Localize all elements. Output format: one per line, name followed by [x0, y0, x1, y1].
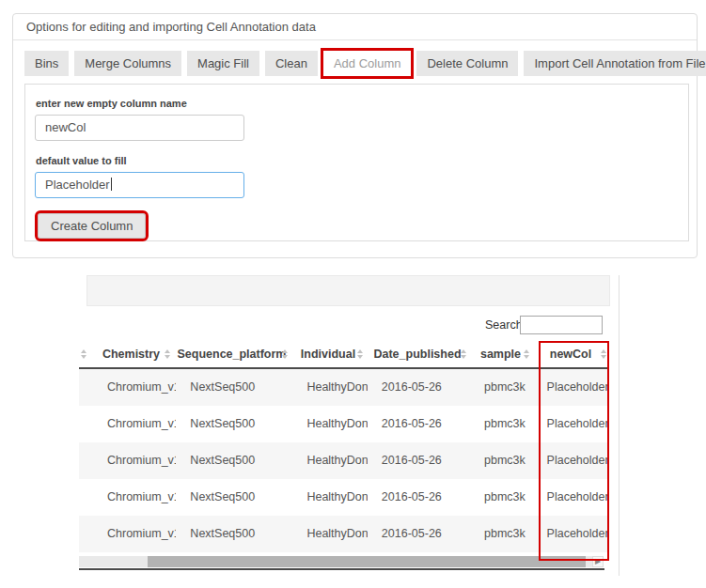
page: Options for editing and importing Cell A… [0, 0, 706, 588]
column-header-individual[interactable]: Individual [290, 341, 366, 367]
column-header-date-published[interactable]: Date_published [366, 341, 469, 367]
options-panel-title: Options for editing and importing Cell A… [13, 14, 697, 40]
table-cell: NextSeq500 [176, 406, 292, 442]
column-header-clipped[interactable] [79, 341, 89, 367]
tab-magic-fill[interactable]: Magic Fill [187, 51, 259, 76]
tab-import-cell-annotation-from-file[interactable]: Import Cell Annotation from File [524, 51, 706, 76]
text-caret [111, 178, 112, 191]
column-header-newcol[interactable]: newCol [532, 341, 609, 367]
horizontal-scrollbar-track[interactable] [79, 556, 592, 567]
table-cell: 2016-05-26 [368, 479, 470, 516]
table-cell: 2016-05-26 [368, 406, 470, 442]
table-cell: 2016-05-26 [368, 369, 470, 406]
table-cell: HealthyDonor2 [292, 406, 367, 442]
table-cell: pbmc3k [470, 406, 533, 442]
table-cell: Placeholder [533, 369, 609, 406]
sort-icon[interactable] [601, 349, 606, 359]
table-cell: Placeholder [533, 406, 609, 442]
table-cell: HealthyDonor2 [292, 516, 367, 552]
table-cell: Placeholder [533, 442, 609, 479]
table-bottom-rule [79, 568, 604, 570]
table-cell: Placeholder [533, 516, 609, 552]
tabs-row: BinsMerge ColumnsMagic FillCleanAdd Colu… [24, 51, 689, 76]
options-panel-body: BinsMerge ColumnsMagic FillCleanAdd Colu… [13, 40, 697, 253]
create-column-button[interactable]: Create Column [38, 213, 146, 239]
table-body: Chromium_v1NextSeq500HealthyDonor22016-0… [79, 369, 609, 552]
table-row: Chromium_v1NextSeq500HealthyDonor22016-0… [79, 479, 609, 516]
add-column-tab-pane: enter new empty column name newCol defau… [24, 84, 689, 241]
table-cell [79, 406, 93, 442]
table-cell: 2016-05-26 [368, 442, 470, 479]
table-cell: Chromium_v1 [93, 406, 176, 442]
table-cell: Chromium_v1 [93, 479, 176, 516]
options-panel: Options for editing and importing Cell A… [12, 13, 698, 258]
table-cell: Chromium_v1 [93, 516, 176, 552]
tab-merge-columns[interactable]: Merge Columns [74, 51, 181, 76]
table-cell: pbmc3k [470, 516, 533, 552]
default-value-label: default value to fill [36, 155, 677, 166]
table-cell: NextSeq500 [176, 479, 292, 516]
table-row: Chromium_v1NextSeq500HealthyDonor22016-0… [79, 442, 609, 479]
sort-icon[interactable] [357, 349, 363, 359]
table-cell [79, 369, 93, 406]
table-row: Chromium_v1NextSeq500HealthyDonor22016-0… [79, 406, 609, 442]
scrollbar-right-arrow-icon[interactable]: ▶ [592, 556, 604, 567]
table-cell [79, 442, 93, 479]
table-cell: HealthyDonor2 [292, 479, 367, 516]
table-toolbar [86, 275, 610, 306]
table-cell: NextSeq500 [176, 442, 292, 479]
column-header-sequence-platform[interactable]: Sequence_platform [173, 341, 290, 367]
sort-icon[interactable] [461, 349, 466, 359]
table-cell: HealthyDonor2 [292, 442, 367, 479]
table-cell: Placeholder [533, 479, 609, 516]
tab-delete-column[interactable]: Delete Column [416, 51, 518, 76]
column-header-label: Sequence_platform [177, 348, 286, 361]
table-cell: pbmc3k [470, 479, 533, 516]
default-value-input[interactable]: Placeholder [35, 172, 244, 198]
new-column-name-value: newCol [45, 120, 86, 134]
new-column-name-input[interactable]: newCol [35, 115, 244, 141]
table-cell: Chromium_v1 [93, 442, 176, 479]
table-cell: pbmc3k [470, 369, 533, 406]
table-row: Chromium_v1NextSeq500HealthyDonor22016-0… [79, 516, 609, 552]
table-cell: HealthyDonor2 [292, 369, 367, 406]
column-header-label: sample [480, 348, 521, 361]
cell-annotation-table-section: Search: ChemistrySequence_platformIndivi… [75, 275, 620, 576]
sort-icon[interactable] [282, 349, 288, 359]
search-input[interactable] [520, 316, 603, 334]
table-cell: 2016-05-26 [368, 516, 470, 552]
tab-bins[interactable]: Bins [24, 51, 69, 76]
table-cell: pbmc3k [470, 442, 533, 479]
sort-icon[interactable] [81, 349, 86, 359]
column-header-label: Chemistry [102, 348, 160, 361]
column-header-label: Date_published [373, 348, 461, 361]
table-cell [79, 479, 93, 516]
tab-clean[interactable]: Clean [265, 51, 318, 76]
column-header-sample[interactable]: sample [469, 341, 532, 367]
table-row: Chromium_v1NextSeq500HealthyDonor22016-0… [79, 369, 609, 406]
default-value-text: Placeholder [45, 178, 110, 192]
tab-add-column[interactable]: Add Column [323, 51, 412, 76]
table-cell: NextSeq500 [176, 369, 292, 406]
column-header-chemistry[interactable]: Chemistry [89, 341, 173, 367]
horizontal-scrollbar-thumb[interactable] [148, 556, 586, 567]
table-header-row: ChemistrySequence_platformIndividualDate… [79, 341, 609, 369]
table-cell [79, 516, 93, 552]
new-column-name-label: enter new empty column name [36, 98, 677, 109]
table-cell: Chromium_v1 [93, 369, 176, 406]
table-cell: NextSeq500 [176, 516, 292, 552]
column-header-label: newCol [550, 348, 591, 361]
column-header-label: Individual [301, 348, 355, 361]
sort-icon[interactable] [165, 349, 170, 359]
sort-icon[interactable] [524, 349, 529, 359]
data-table: ChemistrySequence_platformIndividualDate… [79, 341, 609, 552]
